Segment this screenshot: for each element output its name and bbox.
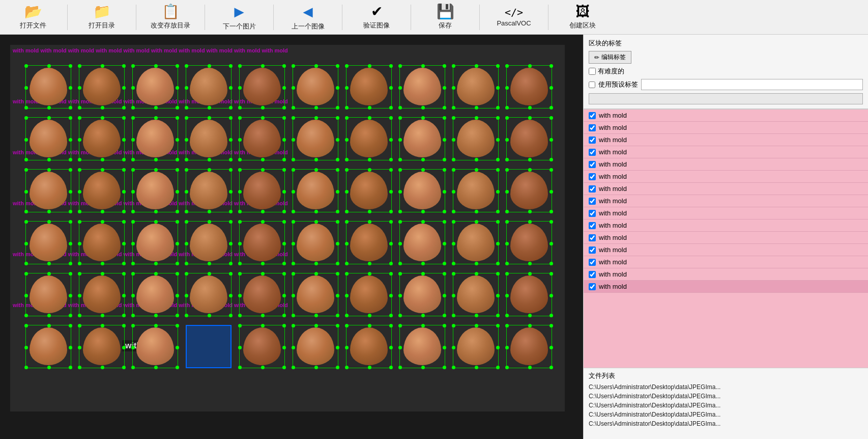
verify-image-button[interactable]: ✔ 验证图像 <box>343 3 410 32</box>
corner-dot <box>505 324 509 327</box>
corner-dot <box>452 64 455 68</box>
create-block-button[interactable]: 🖼 创建区块 <box>549 3 616 32</box>
label-checkbox[interactable] <box>589 271 596 278</box>
label-item[interactable]: with mold <box>584 207 868 220</box>
preset-row: 使用预设标签 <box>589 79 863 90</box>
corner-dot <box>421 210 425 213</box>
corner-dot <box>443 324 446 327</box>
label-item[interactable]: with mold <box>584 220 868 232</box>
corner-dot <box>154 106 158 109</box>
label-checkbox[interactable] <box>589 198 596 205</box>
label-item[interactable]: with mold <box>584 183 868 195</box>
corner-dot <box>292 314 295 317</box>
corner-dot <box>475 210 478 213</box>
label-checkbox[interactable] <box>589 246 596 254</box>
open-file-icon: 📂 <box>24 5 42 19</box>
label-item[interactable]: with mold <box>584 268 868 281</box>
pascalvoc-button[interactable]: </> PascalVOC <box>481 5 547 29</box>
corner-dot <box>398 138 402 142</box>
label-text: with mold <box>599 222 627 229</box>
corner-dot <box>368 262 371 265</box>
edit-label-button[interactable]: ✏ 编辑标签 <box>589 51 631 64</box>
corner-dot <box>314 210 318 213</box>
annotation-box[interactable] <box>186 325 232 368</box>
corner-dot <box>314 64 318 68</box>
file-list-section: 文件列表 C:\Users\Administrator\Desktop\data… <box>584 368 868 439</box>
save-button[interactable]: 💾 保存 <box>412 3 478 32</box>
image-container[interactable]: with mold with mold with mold with mold … <box>10 45 565 411</box>
corner-dot <box>398 158 402 161</box>
label-item[interactable]: with mold <box>584 195 868 207</box>
corner-dot <box>261 220 265 224</box>
corner-dot <box>345 324 349 327</box>
open-dir-button[interactable]: 📁 打开目录 <box>69 3 135 32</box>
corner-dot <box>47 116 51 120</box>
label-checkbox[interactable] <box>589 112 596 119</box>
corner-dot <box>475 220 478 224</box>
corner-dot <box>69 210 72 213</box>
open-file-button[interactable]: 📂 打开文件 <box>0 3 66 32</box>
label-item[interactable]: with mold <box>584 122 868 134</box>
difficult-checkbox[interactable] <box>589 68 596 75</box>
label-item[interactable]: with mold <box>584 244 868 256</box>
preset-input[interactable] <box>641 79 863 90</box>
label-item[interactable]: with mold <box>584 171 868 183</box>
label-checkbox[interactable] <box>589 136 596 144</box>
preset-checkbox[interactable] <box>589 81 595 88</box>
corner-dot <box>336 294 339 297</box>
corner-dot <box>314 116 318 120</box>
label-checkbox[interactable] <box>589 259 596 266</box>
label-item[interactable]: with mold <box>584 146 868 158</box>
label-checkbox[interactable] <box>589 185 596 193</box>
corner-dot <box>336 168 339 172</box>
canvas-area[interactable]: with mold with mold with mold with mold … <box>0 35 583 439</box>
label-item[interactable]: with mold <box>584 109 868 122</box>
corner-dot <box>389 314 393 317</box>
corner-dot <box>238 190 242 194</box>
nut <box>403 172 441 209</box>
label-checkbox[interactable] <box>589 222 596 229</box>
nut <box>350 327 388 365</box>
corner-dot <box>122 168 126 172</box>
corner-dot <box>336 86 339 90</box>
label-filter-input[interactable] <box>589 93 863 104</box>
label-item[interactable]: with mold <box>584 232 868 244</box>
corner-dot <box>398 346 402 349</box>
label-checkbox[interactable] <box>589 210 596 217</box>
label-checkbox[interactable] <box>589 161 596 168</box>
file-item[interactable]: C:\Users\Administrator\Desktop\data\JPEG… <box>589 401 863 410</box>
prev-image-button[interactable]: ◄ 上一个图像 <box>275 2 341 33</box>
next-image-button[interactable]: ► 下一个图片 <box>206 2 272 33</box>
corner-dot <box>549 138 553 142</box>
label-item[interactable]: with mold <box>584 256 868 268</box>
corner-dot <box>549 116 553 120</box>
corner-dot <box>261 168 265 172</box>
file-item[interactable]: C:\Users\Administrator\Desktop\data\JPEG… <box>589 392 863 401</box>
corner-dot <box>229 86 233 90</box>
file-item[interactable]: C:\Users\Administrator\Desktop\data\JPEG… <box>589 419 863 428</box>
corner-dot <box>78 210 81 213</box>
label-checkbox[interactable] <box>589 173 596 180</box>
label-checkbox[interactable] <box>589 124 596 131</box>
corner-dot <box>443 64 446 68</box>
corner-dot <box>505 116 509 120</box>
corner-dot <box>292 190 295 194</box>
file-item[interactable]: C:\Users\Administrator\Desktop\data\JPEG… <box>589 382 863 392</box>
corner-dot <box>176 106 179 109</box>
file-item[interactable]: C:\Users\Administrator\Desktop\data\JPEG… <box>589 410 863 419</box>
change-save-dir-button[interactable]: 📋 改变存放目录 <box>137 3 204 32</box>
corner-dot <box>549 106 553 109</box>
pascalvoc-label: PascalVOC <box>497 19 531 27</box>
label-checkbox[interactable] <box>589 283 596 290</box>
corner-dot <box>122 314 126 317</box>
label-list[interactable]: with moldwith moldwith moldwith moldwith… <box>584 109 868 368</box>
label-item[interactable]: with mold <box>584 281 868 293</box>
label-checkbox[interactable] <box>589 234 596 241</box>
toolbar: 📂 打开文件 📁 打开目录 📋 改变存放目录 ► 下一个图片 ◄ 上一个图像 ✔… <box>0 0 868 35</box>
label-checkbox[interactable] <box>589 149 596 156</box>
label-item[interactable]: with mold <box>584 134 868 146</box>
label-item[interactable]: with mold <box>584 158 868 171</box>
corner-dot <box>398 314 402 317</box>
corner-dot <box>368 106 371 109</box>
edit-icon: ✏ <box>594 54 599 61</box>
